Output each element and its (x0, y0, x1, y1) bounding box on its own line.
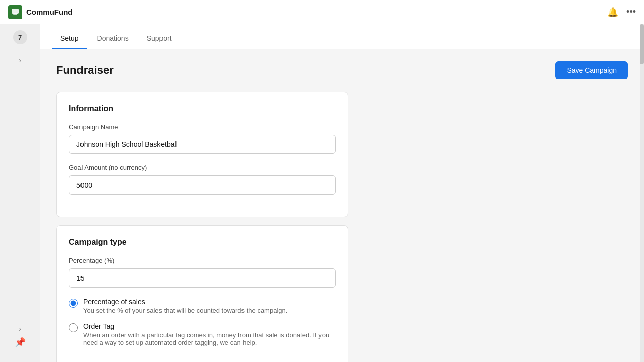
sidebar-chevron-bottom[interactable]: › (15, 321, 25, 337)
page-title: Fundraiser (56, 64, 114, 77)
tab-setup[interactable]: Setup (52, 28, 87, 49)
campaign-name-label: Campaign Name (69, 123, 336, 131)
campaign-name-group: Campaign Name (69, 123, 336, 154)
radio-option-order-tag: Order Tag When an order with a particula… (69, 322, 336, 346)
page-content: Fundraiser Save Campaign Information Cam… (40, 49, 644, 362)
percentage-label: Percentage (%) (69, 257, 336, 264)
radio-order-tag-label: Order Tag (83, 322, 336, 330)
radio-percentage-of-sales[interactable] (69, 299, 78, 308)
goal-amount-group: Goal Amount (no currency) (69, 164, 336, 195)
app-logo: CommuFund (8, 5, 72, 19)
sidebar: 7 › › 📌 (0, 24, 40, 362)
scrollbar-track (640, 24, 644, 362)
radio-order-tag[interactable] (69, 323, 78, 332)
radio-percentage-of-sales-content: Percentage of sales You set the % of you… (83, 298, 287, 314)
radio-order-tag-content: Order Tag When an order with a particula… (83, 322, 336, 346)
page-header: Fundraiser Save Campaign (56, 61, 628, 79)
campaign-type-card-title: Campaign type (69, 238, 336, 247)
percentage-group: Percentage (%) (69, 257, 336, 288)
goal-amount-label: Goal Amount (no currency) (69, 164, 336, 171)
svg-rect-0 (12, 9, 19, 14)
radio-percentage-of-sales-description: You set the % of your sales that will be… (83, 307, 287, 314)
app-header: CommuFund 🔔 ••• (0, 0, 644, 24)
svg-rect-1 (13, 13, 17, 15)
sidebar-badge: 7 (13, 30, 27, 44)
content-area: Setup Donations Support Fundraiser Save … (40, 24, 644, 362)
header-actions: 🔔 ••• (607, 7, 636, 18)
information-card-title: Information (69, 104, 336, 113)
app-name: CommuFund (26, 8, 72, 16)
logo-icon (8, 5, 22, 19)
sidebar-chevron-top[interactable]: › (15, 52, 25, 68)
sidebar-pin-icon[interactable]: 📌 (15, 337, 26, 347)
tabs-bar: Setup Donations Support (40, 24, 644, 49)
radio-order-tag-description: When an order with a particular tag come… (83, 331, 336, 346)
percentage-input[interactable] (69, 268, 336, 288)
information-card: Information Campaign Name Goal Amount (n… (56, 92, 348, 217)
campaign-type-card: Campaign type Percentage (%) Percentage … (56, 225, 348, 362)
scrollbar-thumb[interactable] (640, 24, 644, 64)
radio-percentage-of-sales-label: Percentage of sales (83, 298, 287, 306)
notification-icon[interactable]: 🔔 (607, 7, 618, 18)
more-options-icon[interactable]: ••• (626, 7, 636, 17)
campaign-type-radio-group: Percentage of sales You set the % of you… (69, 298, 336, 346)
goal-amount-input[interactable] (69, 175, 336, 195)
main-layout: 7 › › 📌 Setup Donations Support Fundrais… (0, 24, 644, 362)
campaign-name-input[interactable] (69, 135, 336, 154)
radio-option-percentage-of-sales: Percentage of sales You set the % of you… (69, 298, 336, 314)
tab-support[interactable]: Support (139, 28, 180, 49)
tab-donations[interactable]: Donations (89, 28, 137, 49)
save-campaign-button[interactable]: Save Campaign (555, 61, 628, 79)
